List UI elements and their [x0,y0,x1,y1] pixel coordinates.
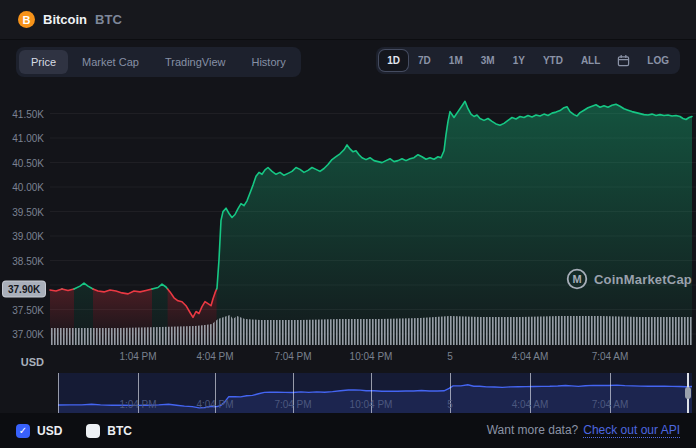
brush-time-label: 7:04 AM [592,399,629,410]
x-axis-label: 10:04 PM [350,351,393,362]
y-axis-label: 39.50K [0,206,44,217]
brush-time-label: 4:04 AM [512,399,549,410]
usd-toggle[interactable]: ✓ USD [16,424,62,438]
brush-time-label: 5 [447,399,453,410]
brush-time-label: 10:04 PM [350,399,393,410]
chart-area: 37.90K USD M CoinMarketCap 41.50K41.00K4… [0,88,696,370]
btc-checkbox-label: BTC [107,424,132,438]
svg-text:M: M [572,273,581,285]
price-chart[interactable] [0,88,696,370]
bitcoin-price-page: B Bitcoin BTC PriceMarket CapTradingView… [0,0,696,448]
api-link[interactable]: Check out our API [583,423,680,438]
btc-toggle[interactable]: BTC [86,424,132,438]
brush-time-label: 4:04 PM [196,399,233,410]
x-axis-label: 5 [447,351,453,362]
range-1y[interactable]: 1Y [505,50,533,71]
usd-checkbox[interactable]: ✓ [16,424,30,438]
chart-toolbar: PriceMarket CapTradingViewHistory 1D7D1M… [16,47,680,77]
brush-time-label: 1:04 PM [119,399,156,410]
tab-market-cap[interactable]: Market Cap [70,50,151,74]
bitcoin-icon: B [18,11,35,28]
range-1d[interactable]: 1D [379,50,408,71]
x-axis-label: 4:04 PM [196,351,233,362]
tab-price[interactable]: Price [19,50,68,74]
range-ytd[interactable]: YTD [535,50,571,71]
api-promo: Want more data? Check out our API [487,423,680,438]
tab-history[interactable]: History [239,50,297,74]
y-axis-label: 40.00K [0,182,44,193]
brush-time-label: 7:04 PM [274,399,311,410]
range-7d[interactable]: 7D [410,50,439,71]
api-promo-text: Want more data? [487,423,579,437]
y-axis-label: 38.50K [0,255,44,266]
x-axis-label: 4:04 AM [512,351,549,362]
tab-tradingview[interactable]: TradingView [153,50,238,74]
footer-bar: ✓ USD BTC Want more data? Check out our … [0,413,696,448]
range-controls: 1D7D1M3M1YYTDALLLOG [376,47,680,74]
coinmarketcap-icon: M [566,268,588,290]
y-axis-label: 41.50K [0,108,44,119]
open-price-badge: 37.90K [3,282,45,297]
chart-tabs: PriceMarket CapTradingViewHistory [16,47,301,77]
x-axis-label: 7:04 AM [592,351,629,362]
calendar-icon[interactable] [610,50,637,71]
x-axis-label: 7:04 PM [274,351,311,362]
coin-name: Bitcoin [43,12,87,27]
time-range-brush[interactable]: 1:04 PM4:04 PM7:04 PM10:04 PM54:04 AM7:0… [58,373,692,413]
y-axis-label: 40.50K [0,157,44,168]
brush-handle-grip[interactable] [685,387,691,399]
btc-checkbox[interactable] [86,424,100,438]
coin-header: B Bitcoin BTC [0,0,696,40]
range-all[interactable]: ALL [573,50,608,71]
y-axis-label: 41.00K [0,133,44,144]
watermark-label: CoinMarketCap [594,272,692,287]
y-axis-label: 37.00K [0,329,44,340]
range-1m[interactable]: 1M [441,50,471,71]
y-axis-label: 39.00K [0,231,44,242]
coin-symbol: BTC [95,12,122,27]
range-log[interactable]: LOG [639,50,677,71]
x-axis-label: 1:04 PM [119,351,156,362]
y-axis-unit: USD [0,356,44,368]
brush-gridline [58,373,59,413]
usd-checkbox-label: USD [37,424,62,438]
range-3m[interactable]: 3M [473,50,503,71]
y-axis-label: 37.50K [0,304,44,315]
watermark: M CoinMarketCap [566,268,692,290]
